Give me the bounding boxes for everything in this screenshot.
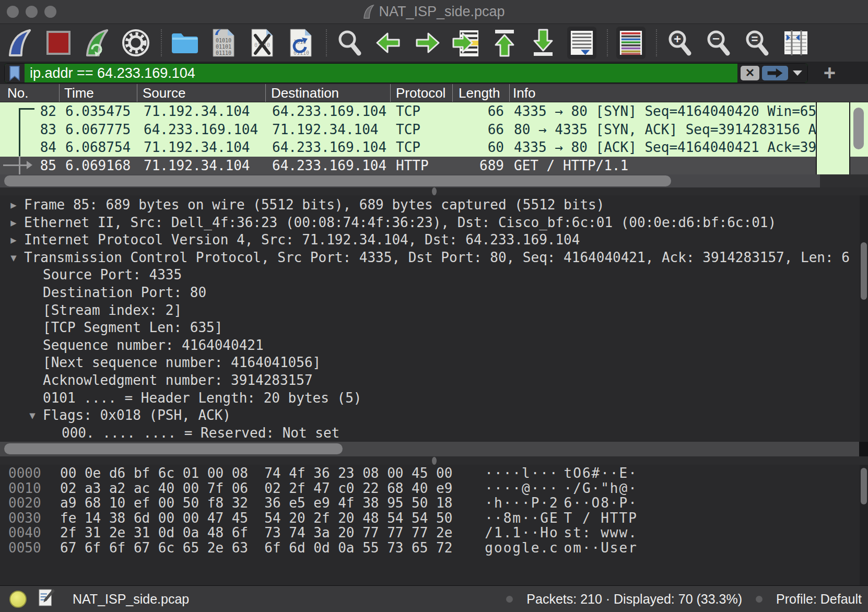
- column-header-length[interactable]: Length: [452, 84, 509, 102]
- detail-ethernet[interactable]: ▶Ethernet II, Src: Dell_4f:36:23 (00:08:…: [0, 214, 868, 232]
- filter-bookmark-icon[interactable]: [5, 64, 25, 83]
- add-filter-button[interactable]: +: [824, 62, 836, 84]
- detail-seq-number[interactable]: Sequence number: 4164040421: [0, 337, 868, 355]
- hex-row[interactable]: 000000 0e d6 bf 6c 01 00 08 74 4f 36 23 …: [0, 466, 868, 481]
- packet-row-83[interactable]: 836.06777564.233.169.10471.192.34.104TCP…: [0, 121, 868, 139]
- details-hscrollbar[interactable]: [0, 442, 868, 456]
- packet-row-82[interactable]: 826.03547571.192.34.10464.233.169.104TCP…: [0, 102, 868, 121]
- packet-list: 826.03547571.192.34.10464.233.169.104TCP…: [0, 102, 868, 174]
- detail-src-port[interactable]: Source Port: 4335: [0, 266, 868, 284]
- hex-row[interactable]: 001002 a3 a2 ac 40 00 7f 06 02 2f 47 c0 …: [0, 481, 868, 496]
- resize-columns-icon[interactable]: [781, 27, 811, 59]
- conversation-bracket-icon: [19, 108, 34, 110]
- capture-file-annotation-icon[interactable]: [38, 587, 55, 610]
- detail-dst-port[interactable]: Destination Port: 80: [0, 284, 868, 302]
- save-file-icon[interactable]: 010100110101110: [209, 27, 238, 59]
- wireshark-window: NAT_ISP_side.pcap 010100110101110 01110 …: [0, 0, 868, 612]
- status-profile[interactable]: Profile: Default: [776, 592, 862, 607]
- svg-text:=: =: [752, 32, 758, 45]
- detail-flags-reserved[interactable]: 000. .... .... = Reserved: Not set: [0, 425, 868, 442]
- go-back-icon[interactable]: [374, 27, 403, 59]
- auto-scroll-icon[interactable]: [567, 27, 596, 59]
- detail-stream-index[interactable]: [Stream index: 2]: [0, 302, 868, 320]
- hex-row[interactable]: 005067 6f 6f 67 6c 65 2e 63 6f 6d 0d 0a …: [0, 540, 868, 556]
- window-title: NAT_ISP_side.pcap: [0, 0, 868, 23]
- start-capture-icon[interactable]: [5, 27, 34, 59]
- scrollbar-corner: [820, 174, 868, 187]
- toolbar-separator: [607, 29, 608, 56]
- column-header-destination[interactable]: Destination: [265, 84, 390, 102]
- stop-capture-icon[interactable]: [44, 27, 73, 59]
- detail-ip[interactable]: ▶Internet Protocol Version 4, Src: 71.19…: [0, 231, 868, 249]
- selected-packet-arrowhead-icon: [27, 161, 32, 169]
- close-file-icon[interactable]: 01110: [248, 27, 277, 59]
- toolbar-separator: [326, 29, 327, 56]
- go-forward-icon[interactable]: [413, 27, 442, 59]
- details-hscrollbar-thumb[interactable]: [4, 443, 343, 454]
- hex-row[interactable]: 00402f 31 2e 31 0d 0a 48 6f 73 74 3a 20 …: [0, 525, 868, 540]
- wireshark-fin-icon: [363, 5, 374, 19]
- svg-text:01101: 01101: [216, 44, 231, 50]
- toolbar-separator: [161, 29, 162, 56]
- svg-text:01110: 01110: [216, 50, 231, 56]
- reload-file-icon[interactable]: 101001110: [286, 27, 315, 59]
- detail-flags[interactable]: ▼Flags: 0x018 (PSH, ACK): [0, 407, 868, 425]
- packet-row-85-selected[interactable]: 856.06916871.192.34.10464.233.169.104HTT…: [0, 157, 868, 175]
- detail-ack-number[interactable]: Acknowledgment number: 3914283157: [0, 372, 868, 390]
- packet-row-84[interactable]: 846.06875471.192.34.10464.233.169.104TCP…: [0, 138, 868, 157]
- splitter-handle[interactable]: [432, 187, 437, 195]
- hex-row[interactable]: 0030fe 14 38 6d 00 00 47 45 54 20 2f 20 …: [0, 511, 868, 526]
- detail-segment-len[interactable]: [TCP Segment Len: 635]: [0, 319, 868, 337]
- hex-dump-pane: 000000 0e d6 bf 6c 01 00 08 74 4f 36 23 …: [0, 465, 868, 585]
- find-packet-icon[interactable]: [335, 27, 365, 59]
- go-first-packet-icon[interactable]: [490, 27, 519, 59]
- pane-splitter[interactable]: [0, 456, 868, 465]
- toolbar-separator: [656, 29, 657, 56]
- go-to-packet-icon[interactable]: [451, 27, 480, 59]
- detail-tcp[interactable]: ▼Transmission Control Protocol, Src Port…: [0, 249, 868, 267]
- filter-clear-button[interactable]: ✕: [741, 66, 759, 80]
- packet-list-header: No. Time Source Destination Protocol Len…: [0, 84, 868, 102]
- filter-controls: ✕: [737, 64, 807, 83]
- display-filter-input[interactable]: ip.addr == 64.233.169.104: [25, 64, 737, 83]
- zoom-out-icon[interactable]: −: [704, 27, 733, 59]
- details-vscrollbar[interactable]: [860, 195, 868, 442]
- splitter-handle[interactable]: [432, 457, 437, 465]
- svg-text:01010: 01010: [216, 38, 231, 43]
- hex-row[interactable]: 0020a9 68 10 ef 00 50 f8 32 36 e5 e9 4f …: [0, 496, 868, 511]
- go-last-packet-icon[interactable]: [529, 27, 558, 59]
- status-separator-dot: [756, 596, 763, 603]
- packet-list-hscrollbar[interactable]: [0, 174, 868, 187]
- detail-frame[interactable]: ▶Frame 85: 689 bytes on wire (5512 bits)…: [0, 196, 868, 214]
- detail-next-seq[interactable]: [Next sequence number: 4164041056]: [0, 354, 868, 372]
- colorize-icon[interactable]: [616, 27, 646, 59]
- column-header-time[interactable]: Time: [59, 84, 137, 102]
- column-header-info[interactable]: Info: [509, 84, 868, 102]
- restart-capture-icon[interactable]: [83, 27, 112, 59]
- column-header-protocol[interactable]: Protocol: [390, 84, 452, 102]
- column-header-no[interactable]: No.: [0, 84, 59, 102]
- detail-header-length[interactable]: 0101 .... = Header Length: 20 bytes (5): [0, 390, 868, 407]
- packet-list-vscrollbar-thumb[interactable]: [853, 108, 864, 149]
- open-file-icon[interactable]: [170, 27, 200, 59]
- zoom-reset-icon[interactable]: =: [743, 27, 772, 59]
- packet-list-hscrollbar-thumb[interactable]: [4, 175, 671, 186]
- status-filename: NAT_ISP_side.pcap: [73, 592, 189, 607]
- display-filter-field[interactable]: ip.addr == 64.233.169.104 ✕: [4, 63, 808, 83]
- packet-details-pane: ▶Frame 85: 689 bytes on wire (5512 bits)…: [0, 195, 868, 442]
- filter-apply-button[interactable]: [762, 66, 788, 80]
- expert-info-icon[interactable]: [9, 591, 27, 608]
- main-toolbar: 010100110101110 01110 101001110: [0, 24, 868, 62]
- svg-text:+: +: [674, 32, 681, 46]
- details-vscrollbar-thumb[interactable]: [861, 242, 867, 300]
- packet-list-minimap[interactable]: [816, 102, 850, 174]
- column-header-source[interactable]: Source: [137, 84, 265, 102]
- capture-options-icon[interactable]: [121, 27, 150, 59]
- status-bar: NAT_ISP_side.pcap Packets: 210 · Display…: [0, 585, 868, 612]
- hex-vscrollbar-thumb[interactable]: [861, 468, 867, 504]
- filter-dropdown-chevron-icon[interactable]: [793, 70, 802, 76]
- apply-arrow-icon: [766, 66, 784, 80]
- conversation-bracket-line: [19, 108, 20, 157]
- pane-splitter[interactable]: [0, 187, 868, 195]
- zoom-in-icon[interactable]: +: [665, 27, 695, 59]
